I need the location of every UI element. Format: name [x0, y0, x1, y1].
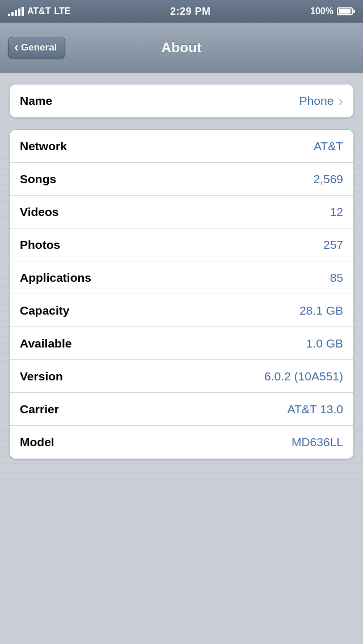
- status-time: 2:29 PM: [170, 6, 211, 18]
- name-label: Name: [20, 94, 52, 108]
- table-row: Videos12: [10, 196, 353, 228]
- row-value-3: 257: [323, 238, 343, 252]
- table-row: Available1.0 GB: [10, 327, 353, 360]
- row-label-6: Available: [20, 337, 71, 350]
- table-row: Capacity28.1 GB: [10, 294, 353, 327]
- carrier-label: AT&T: [27, 6, 50, 16]
- status-right: 100%: [310, 6, 355, 16]
- row-value-9: MD636LL: [292, 435, 343, 449]
- row-value-0: AT&T: [314, 139, 343, 153]
- back-button[interactable]: General: [8, 37, 65, 58]
- row-label-4: Applications: [20, 271, 91, 285]
- table-row: Version6.0.2 (10A551): [10, 360, 353, 393]
- row-value-6: 1.0 GB: [306, 337, 343, 350]
- status-bar: AT&T LTE 2:29 PM 100%: [0, 0, 363, 23]
- network-type-label: LTE: [54, 6, 70, 16]
- status-left: AT&T LTE: [8, 6, 71, 16]
- content-area: Name Phone NetworkAT&TSongs2,569Videos12…: [0, 73, 363, 482]
- name-group: Name Phone: [9, 84, 354, 118]
- page-title: About: [162, 40, 202, 56]
- table-row: Songs2,569: [10, 163, 353, 196]
- table-row: Applications85: [10, 261, 353, 294]
- row-value-8: AT&T 13.0: [288, 402, 343, 416]
- row-value-1: 2,569: [313, 172, 343, 186]
- table-row: ModelMD636LL: [10, 426, 353, 459]
- row-label-9: Model: [20, 435, 54, 449]
- table-row: NetworkAT&T: [10, 130, 353, 163]
- table-row: Photos257: [10, 228, 353, 261]
- row-label-1: Songs: [20, 172, 56, 186]
- signal-bars: [8, 7, 24, 16]
- row-value-4: 85: [330, 271, 343, 285]
- row-label-3: Photos: [20, 238, 60, 252]
- row-value-2: 12: [330, 205, 343, 219]
- row-label-0: Network: [20, 139, 67, 153]
- battery-icon: [337, 7, 355, 15]
- row-value-5: 28.1 GB: [299, 304, 343, 317]
- row-label-2: Videos: [20, 205, 58, 219]
- name-row[interactable]: Name Phone: [10, 84, 353, 117]
- row-value-7: 6.0.2 (10A551): [264, 370, 343, 383]
- name-value: Phone: [299, 92, 343, 110]
- row-label-7: Version: [20, 370, 63, 383]
- battery-pct-label: 100%: [310, 6, 334, 16]
- row-label-5: Capacity: [20, 304, 70, 317]
- row-label-8: Carrier: [20, 402, 59, 416]
- info-group: NetworkAT&TSongs2,569Videos12Photos257Ap…: [9, 129, 354, 459]
- table-row: CarrierAT&T 13.0: [10, 393, 353, 426]
- nav-bar: General About: [0, 23, 363, 73]
